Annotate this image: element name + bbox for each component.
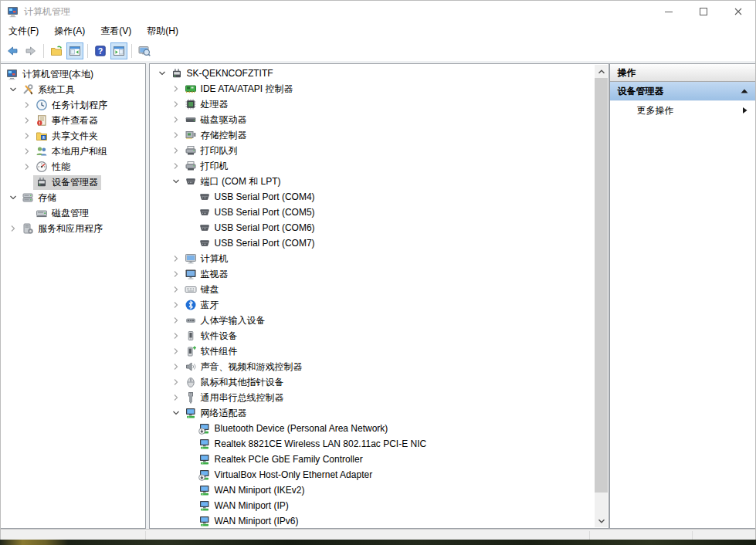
tree-item-body[interactable]: 软件设备 bbox=[182, 329, 241, 344]
tree-item[interactable]: 磁盘驱动器 bbox=[150, 112, 609, 127]
tree-item[interactable]: 端口 (COM 和 LPT) bbox=[150, 174, 609, 189]
chevron-collapsed-icon[interactable] bbox=[170, 314, 182, 327]
tree-item[interactable]: 蓝牙 bbox=[150, 297, 609, 313]
chevron-collapsed-icon[interactable] bbox=[170, 361, 182, 373]
chevron-collapsed-icon[interactable] bbox=[21, 130, 33, 142]
menu-item[interactable]: 查看(V) bbox=[93, 22, 139, 40]
tree-item[interactable]: WAN Miniport (IP) bbox=[150, 498, 609, 513]
chevron-collapsed-icon[interactable] bbox=[170, 144, 182, 157]
tree-item[interactable]: 网络适配器 bbox=[150, 405, 609, 421]
tree-item-body[interactable]: 计算机 bbox=[182, 252, 232, 266]
chevron-collapsed-icon[interactable] bbox=[170, 268, 182, 280]
chevron-collapsed-icon[interactable] bbox=[21, 145, 33, 157]
scroll-up-icon[interactable] bbox=[595, 65, 608, 78]
tree-item[interactable]: 键盘 bbox=[150, 282, 609, 297]
chevron-collapsed-icon[interactable] bbox=[170, 345, 182, 357]
chevron-collapsed-icon[interactable] bbox=[170, 330, 182, 342]
tree-item[interactable]: 存储控制器 bbox=[150, 127, 609, 143]
tree-item-body[interactable]: 计算机管理(本地) bbox=[4, 67, 97, 82]
minimize-button[interactable] bbox=[651, 1, 686, 22]
chevron-collapsed-icon[interactable] bbox=[170, 98, 182, 110]
tree-item-body[interactable]: 设备管理器 bbox=[33, 175, 101, 190]
tree-item[interactable]: 任务计划程序 bbox=[1, 97, 145, 113]
maximize-button[interactable] bbox=[686, 1, 720, 22]
tree-item-body[interactable]: USB Serial Port (COM5) bbox=[196, 205, 318, 219]
chevron-collapsed-icon[interactable] bbox=[170, 252, 182, 265]
chevron-collapsed-icon[interactable] bbox=[170, 160, 182, 172]
console-tree-toggle-button[interactable] bbox=[66, 42, 83, 59]
help-button[interactable]: ? bbox=[92, 42, 109, 59]
chevron-expanded-icon[interactable] bbox=[170, 407, 182, 419]
chevron-collapsed-icon[interactable] bbox=[170, 113, 182, 126]
tree-item[interactable]: 打印队列 bbox=[150, 143, 609, 158]
tree-item-body[interactable]: 人体学输入设备 bbox=[182, 313, 269, 328]
tree-item[interactable]: Bluetooth Device (Personal Area Network) bbox=[150, 421, 609, 436]
action-pane-toggle-button[interactable] bbox=[110, 42, 127, 59]
tree-item[interactable]: 人体学输入设备 bbox=[150, 313, 609, 328]
tree-item-body[interactable]: 性能 bbox=[33, 160, 73, 174]
tree-item[interactable]: Realtek 8821CE Wireless LAN 802.11ac PCI… bbox=[150, 436, 609, 452]
tree-item-body[interactable]: 蓝牙 bbox=[182, 298, 222, 313]
tree-item-body[interactable]: 处理器 bbox=[182, 97, 232, 112]
tree-item[interactable]: USB Serial Port (COM5) bbox=[150, 205, 609, 220]
tree-item-body[interactable]: Realtek 8821CE Wireless LAN 802.11ac PCI… bbox=[196, 437, 430, 451]
chevron-expanded-icon[interactable] bbox=[7, 83, 19, 96]
tree-item[interactable]: 共享文件夹 bbox=[1, 128, 145, 144]
tree-item-body[interactable]: 键盘 bbox=[182, 283, 222, 297]
search-window-button[interactable] bbox=[136, 42, 153, 59]
tree-item-body[interactable]: 磁盘驱动器 bbox=[182, 113, 250, 127]
menu-item[interactable]: 帮助(H) bbox=[139, 22, 186, 40]
chevron-collapsed-icon[interactable] bbox=[170, 391, 182, 404]
close-button[interactable] bbox=[720, 1, 755, 22]
tree-item[interactable]: 通用串行总线控制器 bbox=[150, 390, 609, 405]
tree-item[interactable]: 计算机 bbox=[150, 251, 609, 266]
tree-item-body[interactable]: 端口 (COM 和 LPT) bbox=[182, 174, 284, 189]
chevron-collapsed-icon[interactable] bbox=[170, 283, 182, 296]
tree-item[interactable]: 服务和应用程序 bbox=[1, 221, 145, 236]
tree-item-body[interactable]: 存储 bbox=[19, 191, 59, 205]
tree-item[interactable]: 系统工具 bbox=[1, 82, 145, 97]
tree-item-body[interactable]: 共享文件夹 bbox=[33, 129, 101, 144]
chevron-expanded-icon[interactable] bbox=[170, 175, 182, 188]
tree-item[interactable]: 设备管理器 bbox=[1, 174, 145, 190]
chevron-collapsed-icon[interactable] bbox=[21, 161, 33, 173]
tree-item[interactable]: 打印机 bbox=[150, 158, 609, 174]
tree-item-body[interactable]: WAN Miniport (IP) bbox=[196, 499, 292, 513]
chevron-collapsed-icon[interactable] bbox=[21, 99, 33, 111]
tree-item[interactable]: 软件组件 bbox=[150, 344, 609, 359]
more-actions-item[interactable]: 更多操作 bbox=[610, 101, 755, 120]
chevron-collapsed-icon[interactable] bbox=[21, 114, 33, 127]
tree-item-body[interactable]: IDE ATA/ATAPI 控制器 bbox=[182, 82, 297, 96]
tree-item[interactable]: Realtek PCIe GbE Family Controller bbox=[150, 452, 609, 467]
back-button[interactable] bbox=[4, 42, 21, 59]
tree-item[interactable]: USB Serial Port (COM4) bbox=[150, 189, 609, 205]
tree-item[interactable]: 性能 bbox=[1, 159, 145, 174]
tree-item[interactable]: 处理器 bbox=[150, 96, 609, 112]
tree-item[interactable]: 鼠标和其他指针设备 bbox=[150, 374, 609, 390]
tree-item[interactable]: 本地用户和组 bbox=[1, 144, 145, 159]
tree-item-body[interactable]: 通用串行总线控制器 bbox=[182, 391, 287, 405]
tree-item-body[interactable]: 事件查看器 bbox=[33, 113, 101, 128]
open-folder-button[interactable] bbox=[48, 42, 65, 59]
tree-item-body[interactable]: 鼠标和其他指针设备 bbox=[182, 375, 287, 390]
tree-item-body[interactable]: 本地用户和组 bbox=[33, 144, 110, 159]
tree-item-body[interactable]: 监视器 bbox=[182, 267, 232, 282]
tree-item-body[interactable]: SK-QEKNCOFZTITF bbox=[168, 66, 276, 80]
scroll-down-icon[interactable] bbox=[595, 514, 608, 527]
chevron-expanded-icon[interactable] bbox=[7, 191, 19, 204]
tree-item-body[interactable]: 声音、视频和游戏控制器 bbox=[182, 360, 306, 374]
tree-item-body[interactable]: 打印队列 bbox=[182, 144, 241, 158]
tree-item-body[interactable]: 存储控制器 bbox=[182, 128, 250, 143]
tree-item-body[interactable]: 网络适配器 bbox=[182, 406, 250, 421]
actions-section-device-manager[interactable]: 设备管理器 bbox=[610, 82, 755, 101]
tree-item-body[interactable]: 磁盘管理 bbox=[33, 206, 92, 221]
tree-item-body[interactable]: VirtualBox Host-Only Ethernet Adapter bbox=[196, 468, 376, 482]
chevron-collapsed-icon[interactable] bbox=[170, 83, 182, 95]
tree-item[interactable]: 存储 bbox=[1, 190, 145, 205]
tree-item-body[interactable]: USB Serial Port (COM7) bbox=[196, 236, 318, 250]
tree-item[interactable]: SK-QEKNCOFZTITF bbox=[150, 66, 609, 81]
collapse-chevron-icon[interactable] bbox=[738, 85, 751, 97]
tree-item[interactable]: VirtualBox Host-Only Ethernet Adapter bbox=[150, 467, 609, 482]
tree-item[interactable]: USB Serial Port (COM7) bbox=[150, 235, 609, 251]
tree-item-body[interactable]: WAN Miniport (IPv6) bbox=[196, 514, 302, 528]
